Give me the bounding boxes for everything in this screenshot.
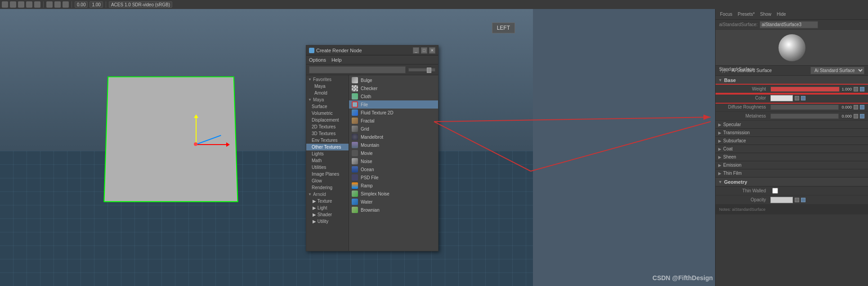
node-water[interactable]: Water — [349, 198, 438, 206]
colorspace-label[interactable]: ACES 1.0 SDR-video (sRGB) — [109, 1, 172, 8]
node-ramp-label: Ramp — [361, 183, 373, 188]
favorites-arrow: ▼ — [308, 77, 312, 82]
search-slider[interactable] — [408, 68, 435, 72]
node-bulge[interactable]: Bulge — [349, 76, 438, 84]
cat-volumetric[interactable]: Volumetric — [306, 110, 349, 117]
cat-surface[interactable]: Surface — [306, 103, 349, 110]
geometry-title: Geometry — [724, 179, 747, 185]
hide-button[interactable]: Hide — [775, 12, 788, 17]
diffuse-slider[interactable] — [770, 104, 839, 110]
node-ocean[interactable]: Ocean — [349, 165, 438, 173]
dialog-close-button[interactable]: ✕ — [429, 47, 435, 54]
sheen-header[interactable]: ▶ Sheen — [716, 153, 868, 161]
metalness-connect-2[interactable] — [860, 114, 864, 118]
transform-gizmo[interactable] — [173, 122, 218, 167]
specular-header[interactable]: ▶ Specular — [716, 121, 868, 129]
cat-arnold-sub[interactable]: Arnold — [306, 90, 349, 96]
node-file[interactable]: File — [349, 100, 438, 109]
arnold-group[interactable]: ▼ Arnold — [306, 191, 349, 198]
node-fractal[interactable]: Fractal — [349, 117, 438, 125]
maya-group[interactable]: ▼ Maya — [306, 96, 349, 103]
menu-options[interactable]: Options — [309, 57, 326, 63]
thinfilm-header[interactable]: ▶ Thin Film — [716, 169, 868, 177]
focus-button[interactable]: Focus — [718, 12, 734, 17]
cat-other-textures[interactable]: Other Textures — [306, 144, 349, 150]
cat-image-planes[interactable]: Image Planes — [306, 171, 349, 177]
cat-arnold-shader[interactable]: ▶ Shader — [306, 211, 349, 218]
base-section-header[interactable]: ▼ Base — [716, 76, 868, 85]
node-movie[interactable]: Movie — [349, 149, 438, 157]
show-button[interactable]: Show — [758, 12, 773, 17]
metalness-slider[interactable] — [770, 113, 839, 119]
color-connect[interactable] — [795, 96, 799, 100]
geometry-section-header[interactable]: ▼ Geometry — [716, 177, 868, 186]
ocean-icon — [352, 166, 358, 173]
cat-arnold-light[interactable]: ▶ Light — [306, 204, 349, 211]
cat-3d-textures[interactable]: 3D Textures — [306, 130, 349, 137]
color-connect-2[interactable] — [801, 96, 805, 100]
maya-arrow: ▼ — [308, 98, 312, 102]
transmission-header[interactable]: ▶ Transmission — [716, 129, 868, 137]
cat-arnold-utility[interactable]: ▶ Utility — [306, 218, 349, 225]
subsurface-title: Subsurface — [723, 138, 746, 143]
dialog-menubar: Options Help — [306, 55, 438, 64]
opacity-swatch[interactable] — [770, 197, 793, 203]
node-brownian[interactable]: Brownian — [349, 206, 438, 214]
node-psd[interactable]: PSD File — [349, 173, 438, 182]
node-checker[interactable]: Checker — [349, 84, 438, 92]
cat-2d-textures[interactable]: 2D Textures — [306, 123, 349, 130]
standard-surface-title: Standard Surface — [719, 67, 754, 72]
weight-connect[interactable] — [854, 87, 858, 91]
emission-header[interactable]: ▶ Emission — [716, 161, 868, 169]
cat-lights[interactable]: Lights — [306, 150, 349, 157]
specular-title: Specular — [723, 122, 741, 127]
attr-preview — [716, 30, 868, 66]
node-mandelbrot[interactable]: Mandelbrot — [349, 133, 438, 141]
cat-displacement[interactable]: Displacement — [306, 117, 349, 123]
opacity-connect[interactable] — [795, 198, 799, 202]
viewport[interactable]: LEFT — [0, 9, 533, 286]
cat-math[interactable]: Math — [306, 157, 349, 164]
favorites-group[interactable]: ▼ Favorites — [306, 76, 349, 83]
thin-walled-checkbox[interactable] — [772, 188, 778, 194]
menu-help[interactable]: Help — [331, 57, 342, 63]
dialog-minimize-button[interactable]: _ — [413, 47, 419, 54]
node-ramp[interactable]: Ramp — [349, 182, 438, 190]
dialog-maximize-button[interactable]: □ — [421, 47, 427, 54]
node-brownian-label: Brownian — [361, 208, 380, 213]
metalness-connect[interactable] — [854, 114, 858, 118]
color-swatch[interactable] — [770, 95, 793, 101]
node-simplex[interactable]: Simplex Noise — [349, 190, 438, 198]
weight-row: Weight 1.000 — [716, 85, 868, 94]
opacity-connect-2[interactable] — [801, 198, 805, 202]
presets-button[interactable]: Presets* — [736, 12, 756, 17]
node-noise[interactable]: Noise — [349, 157, 438, 165]
cat-rendering[interactable]: Rendering — [306, 184, 349, 191]
node-fluid[interactable]: Fluid Texture 2D — [349, 109, 438, 117]
node-cloth[interactable]: Cloth — [349, 92, 438, 100]
weight-connect-2[interactable] — [860, 87, 864, 91]
cat-env-textures[interactable]: Env Textures — [306, 137, 349, 144]
search-input[interactable] — [309, 66, 406, 73]
weight-slider[interactable] — [770, 86, 840, 92]
top-toolbar: 0.00 1.00 ACES 1.0 SDR-video (sRGB) — [0, 0, 868, 9]
cat-maya-sub[interactable]: Maya — [306, 83, 349, 90]
node-mountain[interactable]: Mountain — [349, 141, 438, 149]
dialog-controls[interactable]: _ □ ✕ — [413, 47, 435, 54]
subsurface-header[interactable]: ▶ Subsurface — [716, 137, 868, 145]
node-fractal-label: Fractal — [361, 118, 375, 123]
cat-utilities[interactable]: Utilities — [306, 164, 349, 171]
color-label: Color — [719, 95, 769, 100]
cat-arnold-texture[interactable]: ▶ Texture — [306, 198, 349, 204]
node-name-input[interactable] — [760, 21, 818, 28]
coat-header[interactable]: ▶ Coat — [716, 145, 868, 153]
node-grid[interactable]: Grid — [349, 125, 438, 133]
cat-glow[interactable]: Glow — [306, 177, 349, 184]
grid-icon — [352, 126, 358, 132]
watermark: CSDN @FifthDesign — [653, 274, 713, 281]
weight-slider-container: 1.000 — [770, 86, 852, 92]
node-mountain-label: Mountain — [361, 143, 379, 148]
type-dropdown[interactable]: Ai Standard Surface — [810, 67, 864, 74]
diffuse-connect[interactable] — [854, 105, 858, 109]
diffuse-connect-2[interactable] — [860, 105, 864, 109]
